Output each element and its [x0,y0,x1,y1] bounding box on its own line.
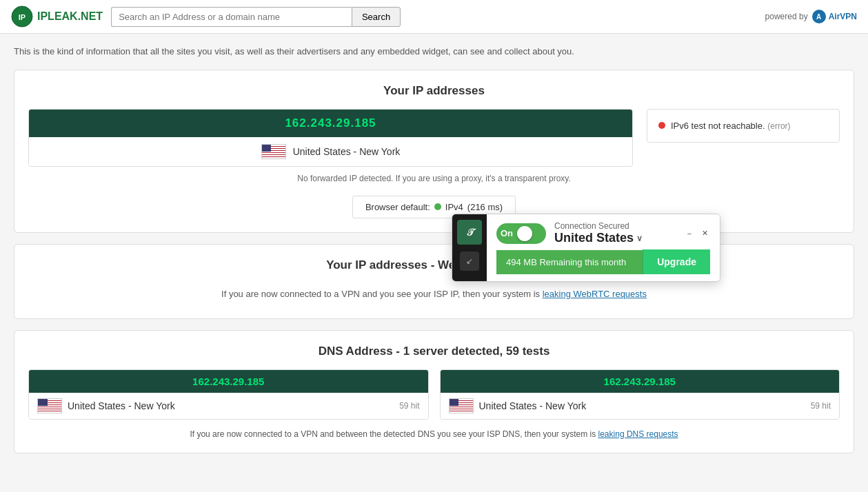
vpn-popup-inner: 𝒯 ↙ On Connection Secured United States [452,214,720,281]
toggle-label: On [501,228,513,238]
powered-by: powered by A AirVPN [765,10,857,23]
dns-leak-link[interactable]: leaking DNS requests [598,429,678,439]
dns-location-1: United States - New York 59 hit [29,393,428,419]
header: IP IPLEAK.NET Search powered by A AirVPN [0,0,868,34]
airvpn-icon: A [812,10,826,23]
ip-location-text: United States - New York [293,146,401,157]
ipv6-text: IPv6 test not reachable. (error) [671,121,791,131]
dns-hits-1: 59 hit [399,401,419,411]
ipv4-box: 162.243.29.185 United States - New York [28,109,633,167]
dns-loc-inner-2: United States - New York [449,398,587,413]
toggle-knob [517,226,532,241]
ip-card-title: Your IP addresses [28,84,840,98]
dns-location-2: United States - New York 59 hit [441,393,840,419]
vpn-top-row: On Connection Secured United States ∨ − … [496,221,710,245]
ip-addresses-card: Your IP addresses 162.243.29.185 United … [14,70,854,233]
browser-default-label: Browser default: [365,202,430,212]
dns-ip-bar-1: 162.243.29.185 [29,370,428,393]
logo-icon: IP [11,6,33,28]
connection-secured-text: Connection Secured [554,221,643,231]
dns-flag-1 [37,398,62,413]
dns-flag-2 [449,398,474,413]
webrtc-text: If you are now connected to a VPN and yo… [28,283,840,305]
vpn-upgrade-button[interactable]: Upgrade [643,249,710,274]
svg-text:IP: IP [19,13,26,21]
vpn-logo: 𝒯 [457,220,482,245]
search-input[interactable] [111,7,352,27]
dns-item-2: 162.243.29.185 United States - New York … [440,369,840,420]
intro-text: This is the kind of information that all… [14,45,854,59]
ip-location: United States - New York [29,137,632,166]
red-dot-icon [658,122,665,129]
webrtc-leak-link[interactable]: leaking WebRTC requests [543,289,647,299]
ipv6-error: (error) [767,121,790,131]
vpn-location: United States ∨ [554,231,643,245]
dns-location-text-2: United States - New York [479,400,587,411]
site-logo: IP IPLEAK.NET [11,6,103,28]
dns-loc-inner-1: United States - New York [37,398,175,413]
vpn-popup: 𝒯 ↙ On Connection Secured United States [452,214,720,282]
main-content: This is the kind of information that all… [0,34,868,475]
vpn-main-area: On Connection Secured United States ∨ − … [487,214,720,281]
vpn-remaining-text: 494 MB Remaining this month [496,250,643,274]
green-dot-icon [434,203,441,210]
vpn-toggle-row: On Connection Secured United States ∨ [496,221,643,245]
location-chevron-icon: ∨ [636,234,643,243]
latency-label: (216 ms) [467,202,503,212]
vpn-close-button[interactable]: ✕ [699,228,710,239]
no-forwarded-text: No forwarded IP detected. If you are usi… [28,167,840,186]
dns-card-title: DNS Address - 1 server detected, 59 test… [28,345,840,358]
airvpn-label: AirVPN [829,12,857,21]
dns-hits-2: 59 hit [811,401,831,411]
vpn-settings-icon[interactable]: ↙ [460,252,479,271]
search-button[interactable]: Search [352,7,401,27]
vpn-connection-info: Connection Secured United States ∨ [554,221,643,245]
dns-item-1: 162.243.29.185 United States - New York … [28,369,429,420]
vpn-toggle[interactable]: On [496,223,546,244]
ip-address-bar: 162.243.29.185 [29,110,632,137]
dns-ip-bar-2: 162.243.29.185 [441,370,840,393]
airvpn-logo: A AirVPN [812,10,857,23]
protocol-label: IPv4 [445,202,463,212]
ip-row: 162.243.29.185 United States - New York … [28,109,840,167]
dns-footer-text: If you are now connected to a VPN and be… [28,429,840,439]
vpn-minimize-button[interactable]: − [684,228,695,239]
logo-text: IPLEAK.NET [37,10,103,23]
dns-location-text-1: United States - New York [68,400,175,411]
ipv6-box: IPv6 test not reachable. (error) [647,109,840,143]
vpn-window-controls: − ✕ [684,228,710,239]
us-flag-icon [261,144,286,159]
dns-grid: 162.243.29.185 United States - New York … [28,369,840,420]
webrtc-card: Your IP addresses - WebRTC detection If … [14,244,854,319]
dns-card: DNS Address - 1 server detected, 59 test… [14,330,854,453]
powered-by-text: powered by [765,12,808,21]
search-bar: Search [111,7,401,27]
vpn-sidebar: 𝒯 ↙ [452,214,487,281]
vpn-footer: 494 MB Remaining this month Upgrade [496,249,710,274]
